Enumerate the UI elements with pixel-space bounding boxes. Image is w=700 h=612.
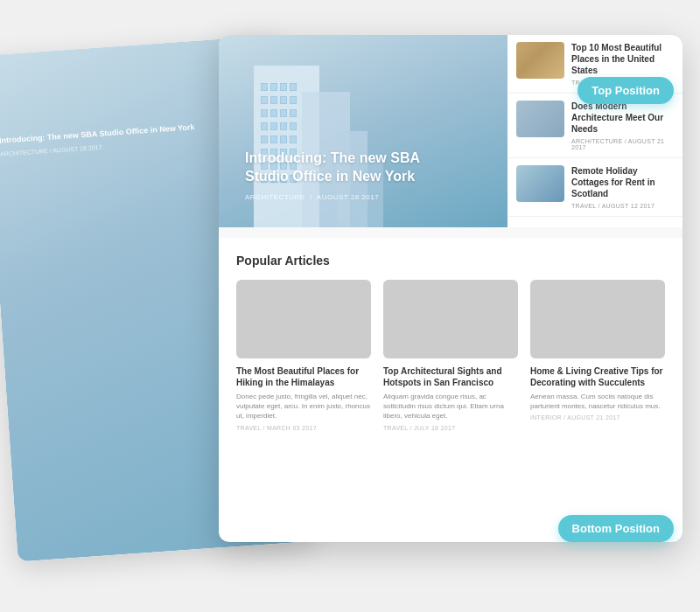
popular-item-title: Top Architectural Sights and Hotspots in…	[383, 365, 518, 388]
popular-item-desc: Aenean massa. Cum sociis natoque dis par…	[530, 392, 665, 411]
popular-item-thumb	[383, 280, 518, 358]
popular-item-title: The Most Beautiful Places for Hiking in …	[236, 365, 371, 388]
popular-item-desc: Aliquam gravida congue risus, ac sollici…	[383, 392, 518, 421]
popular-item-meta: TRAVEL / JULY 18 2017	[383, 425, 518, 431]
popular-item-desc: Donec pede justo, fringilla vel, aliquet…	[236, 392, 371, 421]
card-front: Introducing: The new SBA Studio Office i…	[219, 35, 682, 542]
popular-item-meta: INTERIOR / AUGUST 21 2017	[530, 414, 665, 421]
popular-item-thumb	[236, 280, 371, 358]
sidebar-thumb	[516, 101, 564, 137]
sidebar-category: TRAVEL / AUGUST 12 2017	[571, 203, 674, 209]
sidebar-title: Does Modern Architecture Meet Our Needs	[571, 101, 674, 135]
front-sidebar: Top 10 Most Beautiful Places in the Unit…	[508, 35, 682, 227]
sidebar-thumb	[516, 42, 564, 79]
scene: Introducing: The new SBA Studio Office i…	[18, 17, 682, 595]
list-item: Remote Holiday Cottages for Rent in Scot…	[508, 158, 682, 217]
sidebar-info: Remote Holiday Cottages for Rent in Scot…	[571, 165, 674, 209]
popular-item-meta: TRAVEL / MARCH 03 2017	[236, 425, 371, 431]
hero-category: ARCHITECTURE / AUGUST 28 2017	[245, 193, 438, 201]
sidebar-category: ARCHITECTURE / AUGUST 21 2017	[571, 138, 674, 150]
popular-item-title: Home & Living Creative Tips for Decorati…	[530, 365, 665, 388]
popular-item-thumb	[530, 280, 665, 358]
sidebar-title: Remote Holiday Cottages for Rent in Scot…	[571, 165, 674, 199]
hero-title: Introducing: The new SBA Studio Office i…	[245, 150, 438, 186]
popular-section-title: Popular Articles	[236, 254, 665, 268]
list-item: Top Architectural Sights and Hotspots in…	[383, 280, 518, 431]
bottom-position-badge[interactable]: Bottom Position	[558, 515, 674, 542]
hero-text-overlay: Introducing: The new SBA Studio Office i…	[245, 150, 438, 201]
list-item: The Most Beautiful Places for Hiking in …	[236, 280, 371, 431]
top-position-badge[interactable]: Top Position	[578, 77, 674, 104]
popular-grid: The Most Beautiful Places for Hiking in …	[236, 280, 665, 431]
sidebar-title: Top 10 Most Beautiful Places in the Unit…	[571, 42, 674, 76]
front-hero: Introducing: The new SBA Studio Office i…	[219, 35, 682, 227]
sidebar-info: Does Modern Architecture Meet Our Needs …	[571, 101, 674, 150]
list-item: Home & Living Creative Tips for Decorati…	[530, 280, 665, 431]
front-popular: Popular Articles The Most Beautiful Plac…	[219, 238, 682, 447]
hero-divider	[219, 227, 682, 238]
sidebar-thumb	[516, 165, 564, 202]
